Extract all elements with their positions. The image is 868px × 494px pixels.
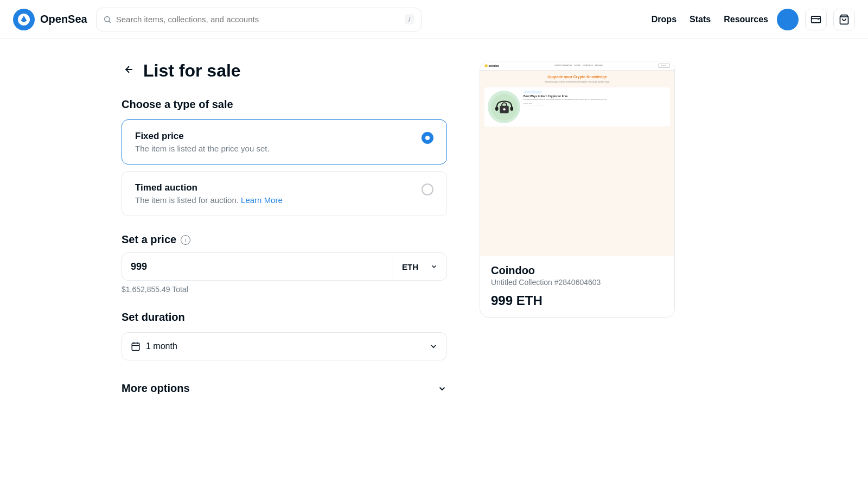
sale-type-section: Choose a type of sale Fixed price The it… — [122, 98, 447, 216]
page-title: List for sale — [143, 61, 241, 81]
price-section: Set a price i ETH $1,652,855.49 Total — [122, 233, 447, 294]
info-icon[interactable]: i — [181, 235, 190, 245]
search-icon — [103, 15, 112, 24]
svg-rect-13 — [510, 106, 513, 111]
logo-text: OpenSea — [40, 13, 87, 26]
fixed-price-content: Fixed price The item is listed at the pr… — [135, 131, 422, 153]
coindoo-nav: 🪙 coindoo CRYPTOCURRENCIES GUIDES SPONSO… — [480, 61, 674, 71]
search-bar[interactable]: / — [96, 8, 422, 31]
nft-name: Coindoo — [491, 264, 663, 277]
search-shortcut: / — [405, 14, 414, 24]
coindoo-article-desc: Earn free cryptocurrency or work for cry… — [524, 99, 667, 101]
svg-rect-4 — [132, 343, 139, 351]
nav-stats[interactable]: Stats — [690, 15, 711, 24]
fixed-price-radio[interactable] — [422, 132, 433, 144]
learn-more-link[interactable]: Learn More — [241, 195, 283, 205]
svg-rect-2 — [812, 16, 821, 23]
page-header: List for sale — [122, 61, 447, 81]
back-icon — [124, 64, 135, 75]
duration-select[interactable]: 1 month — [122, 332, 447, 360]
header: OpenSea / Drops Stats Resources — [0, 0, 868, 39]
coindoo-sub: Educational guides, reviews, and blockch… — [484, 81, 670, 83]
logo-icon — [13, 9, 35, 30]
coindoo-tag: Crypto Guides & Tutorials — [524, 91, 542, 93]
nft-price: 999 ETH — [491, 293, 663, 308]
coindoo-article-content: Crypto Guides & Tutorials Best Ways to E… — [524, 91, 667, 123]
coindoo-author: Editorial Team Feb 8, 2023 · 16 min read… — [524, 103, 667, 106]
timed-auction-option[interactable]: Timed auction The item is listed for auc… — [122, 171, 447, 216]
sale-type-title: Choose a type of sale — [122, 98, 447, 111]
more-options-row[interactable]: More options — [122, 378, 447, 399]
coindoo-body: Upgrade your Crypto Knowledge Educationa… — [480, 71, 674, 256]
right-panel: 🪙 coindoo CRYPTOCURRENCIES GUIDES SPONSO… — [480, 61, 675, 399]
coindoo-logo: 🪙 coindoo — [484, 64, 499, 67]
price-section-title: Set a price — [122, 233, 176, 246]
svg-rect-12 — [495, 106, 499, 111]
price-total: $1,652,855.49 Total — [122, 285, 447, 294]
coindoo-nav-reviews: REVIEWS — [595, 65, 603, 67]
coindoo-illustration — [488, 91, 520, 123]
currency-select[interactable]: ETH — [393, 252, 447, 281]
avatar-button[interactable] — [777, 9, 799, 30]
price-input[interactable] — [122, 252, 393, 281]
main-content: List for sale Choose a type of sale Fixe… — [108, 39, 760, 421]
opensea-icon — [18, 14, 30, 26]
header-actions — [777, 9, 855, 30]
price-input-row: ETH — [122, 252, 447, 281]
more-options-chevron-icon — [437, 384, 447, 394]
coindoo-article-title: Best Ways to Earn Crypto for Free — [524, 94, 667, 98]
back-button[interactable] — [122, 62, 137, 80]
timed-auction-desc: The item is listed for auction. Learn Mo… — [135, 195, 422, 205]
cart-icon — [839, 14, 850, 25]
nft-card-info: Coindoo Untitled Collection #2840604603 … — [480, 256, 674, 317]
calendar-icon — [131, 341, 141, 351]
nav-drops[interactable]: Drops — [652, 15, 676, 24]
coindoo-nav-links: CRYPTOCURRENCIES GUIDES SPONSORED REVIEW… — [554, 65, 603, 67]
fixed-price-option[interactable]: Fixed price The item is listed at the pr… — [122, 119, 447, 164]
currency-value: ETH — [402, 262, 418, 271]
coindoo-nav-crypto: CRYPTOCURRENCIES — [554, 65, 572, 67]
svg-point-0 — [104, 16, 109, 21]
duration-title: Set duration — [122, 311, 447, 324]
nav: Drops Stats Resources — [652, 15, 768, 24]
crypto-art-icon — [489, 92, 519, 122]
left-panel: List for sale Choose a type of sale Fixe… — [122, 61, 447, 399]
svg-line-1 — [109, 21, 111, 23]
more-options-title: More options — [122, 382, 190, 395]
wallet-button[interactable] — [805, 9, 827, 30]
nft-card: 🪙 coindoo CRYPTOCURRENCIES GUIDES SPONSO… — [480, 61, 675, 318]
coindoo-search-mini: Search... — [658, 64, 670, 68]
nav-resources[interactable]: Resources — [724, 15, 768, 24]
logo[interactable]: OpenSea — [13, 9, 87, 30]
svg-point-11 — [503, 108, 505, 110]
fixed-price-desc: The item is listed at the price you set. — [135, 144, 422, 153]
coindoo-preview: 🪙 coindoo CRYPTOCURRENCIES GUIDES SPONSO… — [480, 61, 674, 256]
sale-options: Fixed price The item is listed at the pr… — [122, 119, 447, 216]
coindoo-nav-sponsored: SPONSORED — [583, 65, 593, 67]
timed-auction-title: Timed auction — [135, 182, 422, 193]
currency-chevron-icon — [430, 263, 438, 270]
cart-button[interactable] — [833, 9, 855, 30]
duration-chevron-icon — [429, 342, 438, 351]
search-input[interactable] — [116, 15, 400, 24]
wallet-icon — [810, 14, 821, 25]
fixed-price-title: Fixed price — [135, 131, 422, 142]
coindoo-article: Crypto Guides & Tutorials Best Ways to E… — [484, 87, 670, 126]
nft-image: 🪙 coindoo CRYPTOCURRENCIES GUIDES SPONSO… — [480, 61, 674, 256]
duration-left: 1 month — [131, 341, 177, 351]
price-label-row: Set a price i — [122, 233, 447, 246]
timed-auction-content: Timed auction The item is listed for auc… — [135, 182, 422, 205]
timed-auction-radio[interactable] — [422, 183, 433, 195]
coindoo-headline: Upgrade your Crypto Knowledge — [484, 75, 670, 79]
coindoo-nav-guides: GUIDES — [574, 65, 580, 67]
nft-collection: Untitled Collection #2840604603 — [491, 278, 663, 287]
duration-value: 1 month — [146, 341, 177, 351]
duration-section: Set duration 1 month — [122, 311, 447, 360]
